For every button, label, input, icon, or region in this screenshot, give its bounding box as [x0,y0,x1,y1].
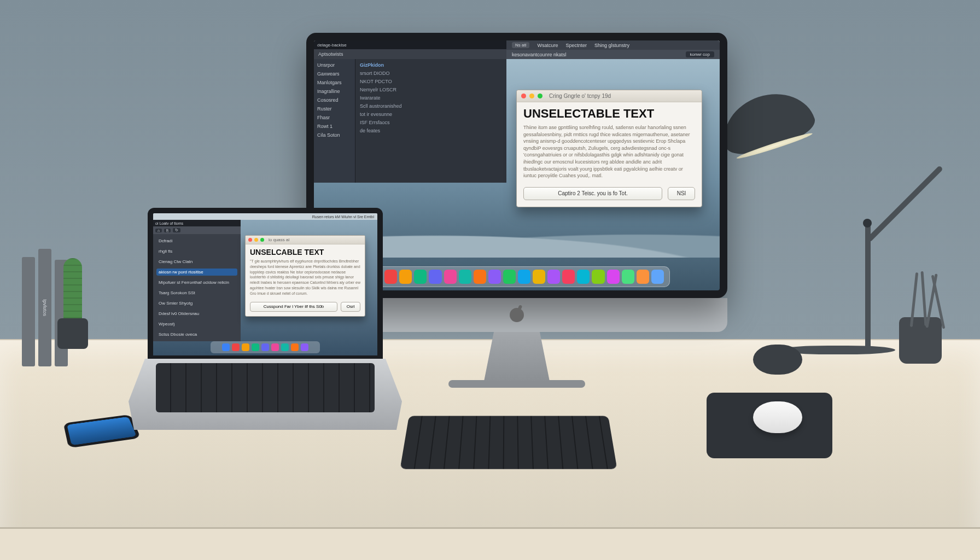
wireless-mouse-dark [753,345,802,375]
laptop-dock[interactable] [211,341,320,353]
pencil-cup [899,317,942,364]
dock-app-icon[interactable] [301,343,308,351]
laptop: Rusen retors kM Wiuhn vl Sre Erntbl oi L… [129,208,402,430]
dock-app-icon[interactable] [261,343,269,351]
sidebar-toolbar[interactable]: ⌂ ⎘ ↻ [153,226,241,234]
dock-app-icon[interactable] [533,270,545,284]
cactus-pot [57,318,88,349]
sidebar-item[interactable]: Manlotgars [317,80,352,85]
sidebar-item[interactable]: Dcfradi [156,237,237,244]
dock-app-icon[interactable] [651,270,664,284]
sidebar-item[interactable]: Inagralline [317,89,352,94]
close-icon[interactable] [521,94,526,98]
dock-app-icon[interactable] [252,343,259,351]
maximize-icon[interactable] [538,94,542,98]
tab[interactable]: Wsatcure [537,43,558,48]
tool-button[interactable]: ⌂ [155,229,162,232]
ide-panel-header: Aptsotwists [318,51,343,57]
magic-mouse [753,401,802,433]
ide-window[interactable]: delage-backlse Aptsotwists Unsrpor Gaxwe… [314,40,506,183]
code-line: srsort DIODO [360,71,502,76]
maximize-icon[interactable] [260,238,264,242]
ide-title-label: delage-backlse [317,43,347,48]
tab[interactable]: Ns atl [512,42,529,48]
dialog-title-label: lo quass al [269,237,289,242]
tab[interactable]: Shing glstunstry [594,43,629,48]
apple-logo-icon [510,308,524,322]
dialog-secondary-button[interactable]: NSI [668,187,695,200]
dialog-heading: UNSELECTABLE TEXT [517,102,702,123]
lamp-stem [865,224,871,350]
dock-app-icon[interactable] [503,270,516,284]
dialog-titlebar[interactable]: Cring Gngrle o' tcnpy 19d [517,90,702,102]
laptop-keyboard [156,363,375,412]
dock-app-icon[interactable] [222,343,230,351]
imac-stand [484,332,550,381]
mac-dock[interactable] [364,266,670,287]
sidebar-item[interactable]: Ruster [317,106,352,112]
sidebar-titlebar[interactable]: oi Loatv of tioms [153,220,241,226]
dock-app-icon[interactable] [474,270,486,284]
sidebar-item[interactable]: Wpeost) [156,320,237,328]
laptop-menubar[interactable]: Rusen retors kM Wiuhn vl Sre Erntbl [153,213,377,220]
sidebar-item[interactable]: Tsarg Sorokon SSt [156,289,237,296]
dock-app-icon[interactable] [242,343,249,351]
dock-app-icon[interactable] [459,270,471,284]
sidebar-item[interactable]: Ddesf lv0 Olidersnau [156,310,237,317]
code-line: ISF Errsfaocs [360,120,502,125]
dock-app-icon[interactable] [429,270,441,284]
tab[interactable]: Spectnter [565,43,587,48]
sidebar-list[interactable]: Dcfradirhgli fisCienag Ctw Clatnakiosn r… [153,234,241,341]
external-keyboard [400,416,617,469]
sidebar-item[interactable]: Ow Smier Shyotg [156,300,237,307]
dock-app-icon[interactable] [232,343,240,351]
code-line: NKOT PDCTO [360,79,502,84]
dock-app-icon[interactable] [488,270,501,284]
sidebar-item[interactable]: Mipofuer st Ferronthaf ocldow relicin [156,279,237,286]
sidebar-item[interactable]: Fhasr [317,115,352,120]
dock-app-icon[interactable] [592,270,604,284]
minimize-icon[interactable] [254,238,258,242]
sidebar-item[interactable]: Cososred [317,97,352,103]
dock-app-icon[interactable] [414,270,427,284]
sidebar-item[interactable]: Cienag Ctw Clatn [156,258,237,265]
tool-button[interactable]: ⎘ [164,229,171,232]
ide-sidebar[interactable]: Unsrpor Gaxwears Manlotgars Inagralline … [314,59,355,183]
dock-app-icon[interactable] [607,270,620,284]
sidebar-item[interactable]: Cila Soton [317,132,352,138]
sidebar-item[interactable]: Unsrpor [317,62,352,68]
code-line: Nemyelr LOSCR [360,87,502,92]
laptop-dialog-primary-button[interactable]: Cusspond Far l Yber ilf ths S0b [250,302,337,312]
dock-app-icon[interactable] [622,270,634,284]
dock-app-icon[interactable] [271,343,279,351]
dialog-primary-button[interactable]: Captiro 2 Teisc. you is fo Tot. [523,187,662,200]
laptop-dialog-secondary-button[interactable]: Osrl [341,302,360,312]
toolbar-pill[interactable]: konwr cop [686,51,714,57]
sidebar-item[interactable]: rhgli fis [156,248,237,255]
sidebar-app-window[interactable]: oi Loatv of tioms ⌂ ⎘ ↻ Dcfradirhgli fis… [153,220,241,341]
dock-app-icon[interactable] [547,270,560,284]
tool-button[interactable]: ↻ [173,228,180,232]
dock-app-icon[interactable] [281,343,289,351]
sidebar-item[interactable]: akiosn rw pord rtositise [156,269,237,276]
dock-app-icon[interactable] [444,270,457,284]
code-heading: GizPkidon [360,62,502,68]
dock-app-icon[interactable] [577,270,590,284]
address-bar[interactable]: kesonavantcounre nkatsl [512,52,681,57]
ide-titlebar[interactable]: delage-backlse [314,40,506,49]
close-icon[interactable] [248,238,252,242]
sidebar-item[interactable]: Gaxwears [317,71,352,77]
dock-app-icon[interactable] [637,270,649,284]
browser-tabstrip[interactable]: Ns atl Wsatcure Spectnter Shing glstunst… [506,40,720,59]
dock-app-icon[interactable] [562,270,575,284]
dock-app-icon[interactable] [518,270,530,284]
ide-editor[interactable]: GizPkidon srsort DIODO NKOT PDCTO Nemyel… [355,59,506,183]
ide-panel-header-row: Aptsotwists [314,49,506,59]
minimize-icon[interactable] [529,94,534,98]
laptop-dialog-window[interactable]: lo quass al UNSELCABLE TEXT "T gle ausmp… [245,235,365,317]
laptop-dialog-titlebar[interactable]: lo quass al [246,236,365,244]
sidebar-item[interactable]: Rowt 1 [317,124,352,129]
dock-app-icon[interactable] [291,343,299,351]
sidebar-item[interactable]: Sctss Dbosie oveca [156,331,237,338]
dialog-window[interactable]: Cring Gngrle o' tcnpy 19d UNSELECTABLE T… [516,90,702,207]
